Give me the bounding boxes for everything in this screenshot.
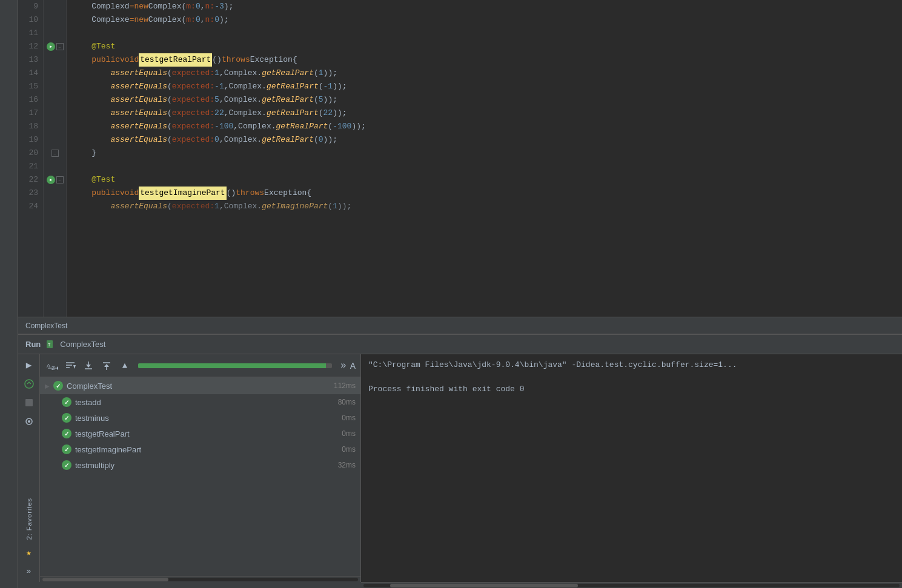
line-21: 21 [18,160,43,173]
console-a-label: A [350,361,357,371]
console-panel: "C:\Program Files\Java\jdk-9.0.4\bin\jav… [361,354,902,582]
suite-name: ComplexTest [67,382,330,391]
line-numbers: 9 10 11 12 13 14 15 16 17 18 19 20 21 22… [18,0,44,317]
test-name-testgetimagepart: testgetImaginePart [75,445,338,454]
file-tab-bar: ComplexTest [18,317,902,334]
test-name-testadd: testadd [75,398,334,407]
svg-point-2 [25,380,33,388]
test-check-icon: ✓ [62,397,71,407]
suite-check-icon: ✓ [53,381,63,391]
favorites-label[interactable]: 2: Favorites [25,498,33,540]
line-20: 20 [18,147,43,160]
code-lines[interactable]: Complex d=new Complex( m: 0, n: -3 ); Co… [67,0,902,317]
fold-icon-20[interactable]: – [51,150,59,157]
run-left-icons: ▶ [18,354,40,582]
console-line-3: Process finished with exit code 0 [368,383,895,395]
code-line-24: assertEquals( expected: 1, Complex.getIm… [73,200,896,213]
svg-marker-9 [57,366,58,370]
run-panel-header: Run T ComplexTest [18,335,902,354]
line-24: 24 [18,200,43,213]
more-dots-button[interactable]: » [21,563,38,580]
run-test-icon-22[interactable]: ▶ [47,176,55,184]
test-tree-scrollbar[interactable] [40,576,360,582]
fold-icon-12[interactable]: – [56,43,64,50]
test-time-testadd: 80ms [338,398,356,406]
current-file-name: ComplexTest [25,322,67,330]
line-18: 18 [18,120,43,133]
code-line-10: Complex e=new Complex( m: 0, n: 0 ); [73,13,896,27]
svg-point-5 [28,420,30,423]
sort-alpha-button[interactable]: A Z [44,358,61,374]
line-23: 23 [18,187,43,200]
svg-text:T: T [48,343,51,347]
test-item-testadd[interactable]: ✓ testadd 80ms [40,394,360,410]
line-22: 22 [18,173,43,187]
line-9: 9 [18,0,43,13]
console-line-1: "C:\Program Files\Java\jdk-9.0.4\bin\jav… [368,359,895,371]
line-11: 11 [18,27,43,40]
console-line-2 [368,371,895,383]
suite-triangle-icon: ▶ [45,383,50,389]
code-line-14: assertEquals( expected: 1, Complex.getRe… [73,67,896,80]
run-panel-body: ▶ [18,354,902,582]
run-test-icon-12[interactable]: ▶ [47,42,55,51]
editor-area: 9 10 11 12 13 14 15 16 17 18 19 20 21 22… [18,0,902,334]
rerun-failed-button[interactable] [21,375,38,392]
collapse-all-button[interactable] [98,358,115,374]
code-line-21 [73,160,896,173]
line-10: 10 [18,13,43,27]
code-line-22: @Test [73,173,896,187]
code-line-13: public void testgetRealPart() throws Exc… [73,53,896,67]
svg-rect-3 [25,399,33,406]
code-line-16: assertEquals( expected: 5, Complex.getRe… [73,93,896,107]
progress-bar-container [138,363,332,368]
test-name-testminus: testminus [75,414,338,423]
snapshot-button[interactable] [21,413,38,430]
test-check-icon-5: ✓ [62,460,71,470]
expand-all-button[interactable] [80,358,97,374]
test-name-testgetrealpart: testgetRealPart [75,429,338,438]
run-tab-label[interactable]: Run [25,340,41,349]
test-time-testmultiply: 32ms [338,461,356,469]
star-icon[interactable]: ★ [21,544,38,561]
stop-button[interactable] [21,394,38,411]
code-line-18: assertEquals( expected: -100, Complex.ge… [73,120,896,133]
test-time-testminus: 0ms [342,414,356,422]
run-again-button[interactable]: ▶ [21,357,38,374]
code-line-17: assertEquals( expected: 22, Complex.getR… [73,107,896,120]
code-line-9: Complex d=new Complex( m: 0, n: -3 ); [73,0,896,13]
test-item-testgetimagepart[interactable]: ✓ testgetImaginePart 0ms [40,441,360,457]
code-line-15: assertEquals( expected: -1, Complex.getR… [73,80,896,93]
test-item-testminus[interactable]: ✓ testminus 0ms [40,410,360,426]
test-check-icon-3: ✓ [62,429,71,438]
line-13: 13 [18,53,43,67]
prev-failed-button[interactable]: ▲ [116,358,133,374]
line-15: 15 [18,80,43,93]
test-toolbar: A Z [40,354,360,377]
code-line-11 [73,27,896,40]
code-line-19: assertEquals( expected: 0, Complex.getRe… [73,133,896,147]
line-17: 17 [18,107,43,120]
line-19: 19 [18,133,43,147]
run-panel: Run T ComplexTest ▶ [18,334,902,588]
test-item-testmultiply[interactable]: ✓ testmultiply 32ms [40,457,360,473]
test-tree-content: ▶ ✓ ComplexTest 112ms ✓ te [40,377,360,576]
suite-time: 112ms [334,382,356,390]
svg-marker-19 [104,364,109,367]
gutter-icons: ▶ – – [44,0,67,317]
sort-duration-button[interactable] [62,358,79,374]
more-options-button[interactable]: » [338,360,349,371]
progress-bar-fill [138,363,326,368]
test-check-icon-4: ✓ [62,444,71,454]
test-suite-row[interactable]: ▶ ✓ ComplexTest 112ms [40,377,360,394]
fold-icon-22[interactable]: – [56,176,64,183]
console-scrollbar[interactable] [361,582,902,588]
sidebar-icon-1[interactable] [1,2,17,18]
code-line-23: public void testgetImaginePart() throws … [73,187,896,200]
svg-marker-13 [73,365,76,369]
line-12: 12 [18,40,43,53]
test-check-icon-2: ✓ [62,413,71,423]
test-item-testgetrealpart[interactable]: ✓ testgetRealPart 0ms [40,426,360,441]
line-16: 16 [18,93,43,107]
test-time-testgetrealpart: 0ms [342,429,356,438]
